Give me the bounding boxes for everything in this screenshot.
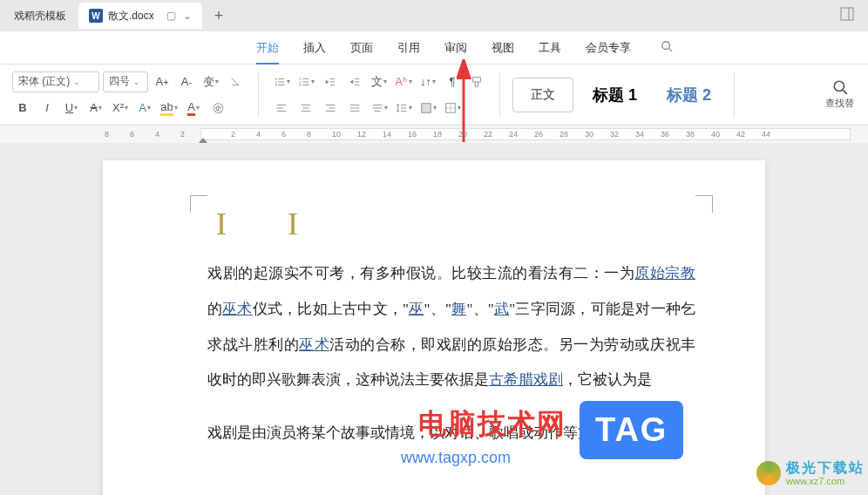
show-marks-button[interactable]: ¶ <box>442 71 463 92</box>
style-heading-1[interactable]: 标题 1 <box>582 78 648 112</box>
ruler-tick: 26 <box>534 130 543 139</box>
bold-button[interactable]: B <box>12 98 33 119</box>
margin-corner-icon <box>190 195 207 213</box>
ruler-tick: 22 <box>484 130 492 139</box>
font-name-select[interactable]: 宋体 (正文)⌄ <box>12 71 99 92</box>
strikethrough-button[interactable]: A▾ <box>85 98 106 119</box>
align-left-button[interactable] <box>271 98 292 119</box>
distribute-button[interactable]: ▾ <box>369 98 390 119</box>
cursor-icon: I <box>288 208 298 240</box>
cursor-icon: I <box>216 208 227 240</box>
clear-format-button[interactable] <box>225 71 246 92</box>
font-color-button[interactable]: A▾ <box>183 98 204 119</box>
search-icon[interactable] <box>661 40 673 56</box>
svg-point-4 <box>275 78 276 79</box>
jiguang-icon <box>756 461 781 485</box>
font-size-select[interactable]: 四号⌄ <box>103 71 148 92</box>
font-name-value: 宋体 (正文) <box>18 74 70 89</box>
line-spacing-button[interactable]: ▾ <box>393 98 414 119</box>
window-panel-icon[interactable] <box>830 7 865 24</box>
style-heading-2[interactable]: 标题 2 <box>656 78 722 112</box>
svg-rect-41 <box>421 103 431 112</box>
number-list-button[interactable]: 123▾ <box>295 71 316 92</box>
menu-insert[interactable]: 插入 <box>291 31 338 64</box>
indent-marker-icon[interactable] <box>199 138 207 143</box>
decrease-font-button[interactable]: A- <box>176 71 197 92</box>
menu-reference[interactable]: 引用 <box>385 31 432 64</box>
link-yuanshi[interactable]: 原始宗教 <box>634 265 695 281</box>
link-wu2[interactable]: 舞 <box>451 301 466 317</box>
ruler-tick: 4 <box>256 130 261 139</box>
change-case-button[interactable]: 变▾ <box>200 71 221 92</box>
italic-button[interactable]: I <box>37 98 58 119</box>
ruler-tick: 8 <box>105 130 109 139</box>
highlight-button[interactable]: ab▾ <box>159 98 180 119</box>
tab-template[interactable]: 戏稻壳模板 <box>3 3 77 29</box>
link-wu3[interactable]: 武 <box>494 301 509 317</box>
shading-button[interactable]: ▾ <box>417 98 438 119</box>
find-replace-button[interactable]: 查找替 <box>818 79 861 110</box>
menu-member[interactable]: 会员专享 <box>573 31 643 64</box>
find-replace-label: 查找替 <box>825 97 854 110</box>
increase-font-button[interactable]: A+ <box>152 71 173 92</box>
tab-device-icon[interactable]: ▢ <box>166 10 176 22</box>
ruler-tick: 2 <box>180 130 185 139</box>
menu-start[interactable]: 开始 <box>244 31 291 64</box>
menu-page[interactable]: 页面 <box>338 31 385 64</box>
ruler-tick: 24 <box>509 130 518 139</box>
ruler-tick: 2 <box>231 130 235 139</box>
ribbon: 宋体 (正文)⌄ 四号⌄ A+ A- 变▾ B I U▾ A▾ X²▾ A▾ a… <box>0 64 868 125</box>
text-direction-button[interactable]: 文▾ <box>369 71 390 92</box>
underline-button[interactable]: U▾ <box>61 98 82 119</box>
svg-text:3: 3 <box>298 83 301 87</box>
tab-label: 散文.docx <box>108 9 154 24</box>
jiguang-name: 极光下载站 <box>786 460 865 476</box>
ruler-tick: 6 <box>281 130 286 139</box>
menu-view[interactable]: 视图 <box>479 31 526 64</box>
tab-bar: 戏稻壳模板 W 散文.docx ▢ ⌄ + <box>0 0 868 31</box>
sort-button[interactable]: ↓↑▾ <box>417 71 438 92</box>
margin-corner-icon <box>695 195 713 213</box>
format-painter-button[interactable] <box>466 71 487 92</box>
link-wushu[interactable]: 巫术 <box>222 301 252 317</box>
svg-point-6 <box>275 81 276 83</box>
tab-dropdown-icon[interactable]: ⌄ <box>183 10 192 22</box>
align-justify-button[interactable] <box>344 98 365 119</box>
borders-button[interactable]: ▾ <box>442 98 463 119</box>
ruler[interactable]: 8642246810121416182022242628303234363840… <box>87 125 851 143</box>
svg-point-45 <box>834 81 844 91</box>
ruler-tick: 20 <box>458 130 467 139</box>
ruler-tick: 36 <box>661 130 669 139</box>
word-icon: W <box>89 9 103 23</box>
ruler-tick: 6 <box>130 130 134 139</box>
align-center-button[interactable] <box>295 98 316 119</box>
link-wushu2[interactable]: 巫术 <box>299 336 329 353</box>
style-body[interactable]: 正文 <box>512 78 573 112</box>
ruler-tick: 30 <box>585 130 593 139</box>
superscript-button[interactable]: X²▾ <box>110 98 131 119</box>
add-tab-button[interactable]: + <box>204 7 234 25</box>
tab-document[interactable]: W 散文.docx ▢ ⌄ <box>78 3 202 29</box>
ruler-tick: 42 <box>736 130 745 139</box>
tag-badge: TAG <box>580 401 683 459</box>
svg-rect-22 <box>473 77 481 81</box>
menu-bar: 开始 插入 页面 引用 审阅 视图 工具 会员专享 <box>0 31 868 64</box>
font-size-value: 四号 <box>109 74 130 89</box>
align-right-button[interactable] <box>320 98 341 119</box>
ruler-tick: 34 <box>635 130 644 139</box>
menu-tools[interactable]: 工具 <box>526 31 573 64</box>
svg-point-2 <box>662 41 670 49</box>
menu-review[interactable]: 审阅 <box>432 31 479 64</box>
ruler-tick: 40 <box>711 130 720 139</box>
link-greek[interactable]: 古希腊戏剧 <box>489 371 563 388</box>
link-wu1[interactable]: 巫 <box>409 301 424 317</box>
tab-label: 戏稻壳模板 <box>14 9 66 24</box>
increase-indent-button[interactable] <box>344 71 365 92</box>
svg-line-3 <box>669 48 673 51</box>
text-effects-button[interactable]: A▾ <box>134 98 155 119</box>
decrease-indent-button[interactable] <box>320 71 341 92</box>
enclosed-char-button[interactable]: ㊭ <box>207 98 228 119</box>
watermark-url: www.tagxp.com <box>401 449 511 467</box>
asian-layout-button[interactable]: Aᵇ▾ <box>393 71 414 92</box>
bullet-list-button[interactable]: ▾ <box>271 71 292 92</box>
